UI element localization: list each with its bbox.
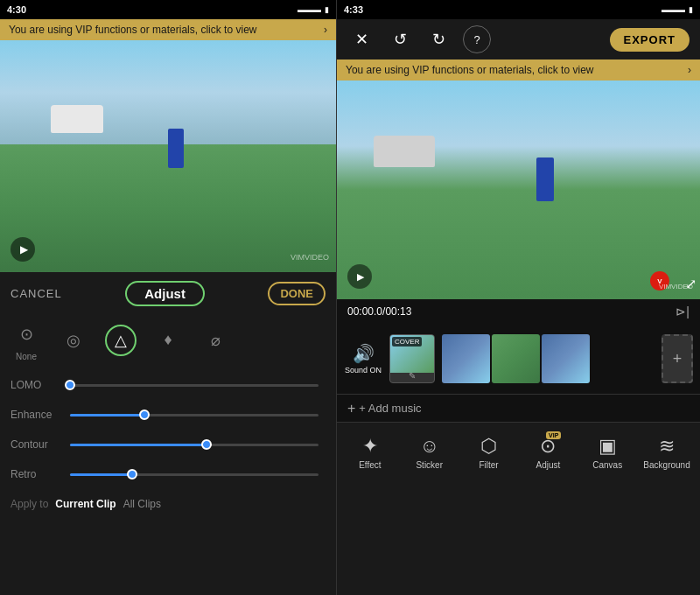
right-signal-icon: ▬▬▬ bbox=[662, 5, 685, 14]
add-music-plus-icon: + bbox=[347, 401, 355, 416]
bottom-tool-filter[interactable]: ⬡ Filter bbox=[465, 435, 514, 470]
right-status-bar: 4:33 ▬▬▬ ▮ bbox=[337, 0, 700, 19]
battery-icon: ▮ bbox=[325, 5, 329, 14]
video-clips bbox=[442, 334, 654, 383]
left-video-bg bbox=[0, 40, 336, 272]
adjust-icon: ⊙ VIP bbox=[540, 435, 556, 458]
left-status-icons: ▬▬▬ ▮ bbox=[298, 5, 329, 14]
bottom-tool-effect[interactable]: ✦ Effect bbox=[346, 435, 395, 470]
right-status-icons: ▬▬▬ ▮ bbox=[662, 5, 693, 14]
fullscreen-button[interactable]: ⤢ bbox=[685, 276, 696, 292]
filter-4[interactable]: ♦ bbox=[152, 325, 184, 356]
right-video-preview: ▶ V VIMVIDEO ⤢ bbox=[337, 80, 700, 299]
left-play-button[interactable]: ▶ bbox=[10, 237, 35, 262]
timeline-end-button[interactable]: ⊳| bbox=[676, 304, 690, 318]
slider-retro: Retro bbox=[10, 461, 326, 487]
filter-2-icon: ◎ bbox=[58, 325, 89, 356]
background-icon: ≋ bbox=[659, 435, 675, 458]
filter-none[interactable]: ⊙ None bbox=[10, 318, 42, 361]
apply-current-clip[interactable]: Current Clip bbox=[55, 498, 116, 510]
apply-label: Apply to bbox=[10, 498, 48, 510]
right-play-button[interactable]: ▶ bbox=[347, 264, 372, 289]
left-vip-arrow: › bbox=[324, 24, 327, 36]
slider-enhance-label: Enhance bbox=[10, 409, 63, 421]
filter-3[interactable]: △ bbox=[105, 325, 136, 356]
sound-label: Sound ON bbox=[345, 366, 382, 374]
cover-thumbnail[interactable]: COVER ✎ bbox=[389, 334, 435, 383]
filter-icon: ⬡ bbox=[480, 435, 497, 458]
filter-label: Filter bbox=[479, 460, 498, 470]
right-vip-arrow: › bbox=[688, 64, 691, 76]
slider-enhance-track[interactable] bbox=[70, 414, 318, 416]
canvas-label: Canvas bbox=[592, 460, 622, 470]
add-clip-button[interactable]: + bbox=[662, 334, 693, 383]
clip-3-bg bbox=[542, 334, 590, 383]
bottom-tool-adjust[interactable]: ⊙ VIP Adjust bbox=[523, 435, 572, 470]
slider-retro-track[interactable] bbox=[70, 473, 318, 476]
filter-5-icon: ⌀ bbox=[200, 325, 231, 356]
help-button[interactable]: ? bbox=[463, 25, 491, 53]
canvas-icon: ▣ bbox=[598, 435, 617, 458]
adjust-controls: CANCEL Adjust DONE ⊙ None ◎ △ ♦ ⌀ bbox=[0, 272, 336, 510]
left-time: 4:30 bbox=[7, 4, 26, 15]
right-video-bg bbox=[337, 80, 700, 299]
bottom-tool-canvas[interactable]: ▣ Canvas bbox=[583, 435, 632, 470]
background-label: Background bbox=[643, 460, 690, 470]
slider-contour-track[interactable] bbox=[70, 444, 318, 446]
left-car bbox=[51, 105, 103, 133]
slider-contour: Contour bbox=[10, 431, 326, 458]
toolbar-nav-buttons: ✕ ↺ ↻ ? bbox=[347, 25, 491, 53]
redo-button[interactable]: ↻ bbox=[424, 25, 452, 53]
add-music-row: + + Add music bbox=[337, 394, 700, 422]
right-vip-banner[interactable]: You are using VIP functions or materials… bbox=[337, 60, 700, 80]
add-music-label: + Add music bbox=[359, 402, 421, 415]
left-vip-text: You are using VIP functions or materials… bbox=[9, 24, 256, 36]
filter-5[interactable]: ⌀ bbox=[200, 325, 231, 356]
close-button[interactable]: ✕ bbox=[347, 25, 375, 53]
filter-3-icon: △ bbox=[105, 325, 136, 356]
slider-lomo-track[interactable] bbox=[70, 384, 318, 387]
done-button[interactable]: DONE bbox=[268, 282, 326, 305]
export-button[interactable]: EXPORT bbox=[610, 28, 690, 52]
undo-button[interactable]: ↺ bbox=[386, 25, 414, 53]
right-vip-text: You are using VIP functions or materials… bbox=[346, 64, 593, 76]
signal-icon: ▬▬▬ bbox=[298, 5, 321, 14]
filter-2[interactable]: ◎ bbox=[58, 325, 89, 356]
slider-contour-label: Contour bbox=[10, 438, 63, 451]
vip-badge-tag: VIP bbox=[546, 431, 561, 439]
bottom-tool-sticker[interactable]: ☺ Sticker bbox=[405, 435, 454, 470]
timeline-bar: 00:00.0/00:13 ⊳| bbox=[337, 299, 700, 324]
timeline-current: 00:00.0/00:13 bbox=[347, 305, 411, 318]
bottom-tool-background[interactable]: ≋ Background bbox=[642, 435, 691, 470]
effect-icon: ✦ bbox=[362, 435, 378, 458]
right-play-icon: ▶ bbox=[357, 271, 364, 283]
right-toolbar: ✕ ↺ ↻ ? EXPORT bbox=[337, 19, 700, 60]
left-video-preview: ▶ VIMVIDEO bbox=[0, 40, 336, 272]
adjust-title-button[interactable]: Adjust bbox=[125, 281, 205, 306]
slider-enhance: Enhance bbox=[10, 402, 326, 428]
add-music-button[interactable]: + + Add music bbox=[347, 401, 422, 416]
clip-1[interactable] bbox=[442, 334, 490, 383]
clip-2[interactable] bbox=[492, 334, 540, 383]
clip-3[interactable] bbox=[542, 334, 590, 383]
slider-lomo-label: LOMO bbox=[10, 379, 63, 391]
cover-label: COVER bbox=[392, 337, 422, 346]
left-vip-banner[interactable]: You are using VIP functions or materials… bbox=[0, 19, 336, 40]
right-battery-icon: ▮ bbox=[689, 5, 693, 14]
apply-all-clips[interactable]: All Clips bbox=[123, 498, 161, 510]
filter-none-label: None bbox=[16, 352, 37, 361]
sliders-section: LOMO Enhance Contour bbox=[0, 368, 336, 487]
filter-4-icon: ♦ bbox=[152, 325, 184, 356]
left-panel: 4:30 ▬▬▬ ▮ You are using VIP functions o… bbox=[0, 0, 337, 595]
left-play-icon: ▶ bbox=[20, 243, 28, 256]
left-status-bar: 4:30 ▬▬▬ ▮ bbox=[0, 0, 336, 19]
bottom-toolbar: ✦ Effect ☺ Sticker ⬡ Filter ⊙ VIP Adjust… bbox=[337, 422, 700, 481]
effect-label: Effect bbox=[359, 460, 381, 470]
right-time: 4:33 bbox=[344, 4, 363, 15]
sound-button[interactable]: 🔊 Sound ON bbox=[344, 343, 382, 374]
sound-icon: 🔊 bbox=[353, 343, 374, 364]
cancel-button[interactable]: CANCEL bbox=[10, 287, 62, 300]
right-panel: 4:33 ▬▬▬ ▮ ✕ ↺ ↻ ? EXPORT You are using … bbox=[337, 0, 700, 595]
clip-1-bg bbox=[442, 334, 490, 383]
filter-none-icon: ⊙ bbox=[10, 318, 42, 350]
